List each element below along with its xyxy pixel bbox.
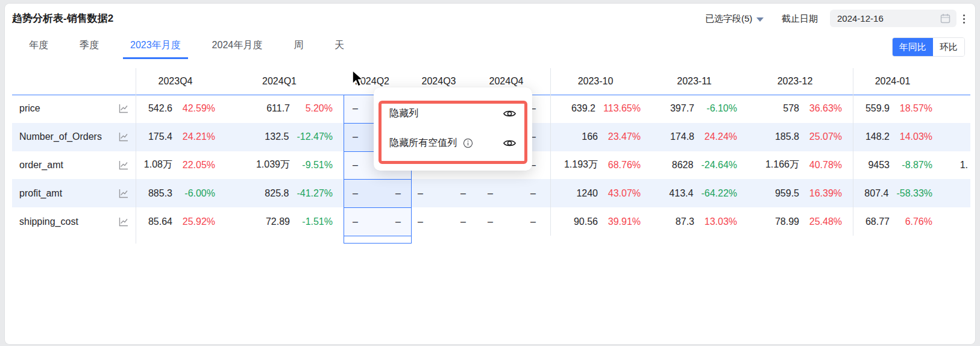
column-divider — [136, 68, 136, 244]
overflow-cell — [943, 95, 970, 123]
selected-fields-dropdown[interactable]: 已选字段(5) — [705, 13, 764, 25]
value-cell[interactable]: 8628-24.64% — [652, 151, 748, 180]
column-context-menu: 隐藏列隐藏所有空值列 — [374, 87, 532, 171]
value-cell[interactable]: 175.424.21% — [136, 123, 226, 151]
table-row-profit_amt: profit_amt885.3-6.00%825.8-41.27%––––––1… — [12, 179, 970, 207]
value-cell[interactable]: 148.214.03% — [853, 123, 943, 151]
value-cell[interactable]: –– — [344, 207, 412, 236]
more-options-icon[interactable] — [959, 10, 969, 27]
compare-toggle: 年同比 环比 — [892, 37, 965, 57]
table-row-shipping_cost: shipping_cost85.6425.92%72.89-1.51%–––––… — [12, 207, 970, 236]
value-cell[interactable]: 542.642.59% — [136, 95, 226, 123]
value-cell[interactable]: 87.313.03% — [652, 207, 748, 236]
value-cell[interactable]: 72.89-1.51% — [226, 207, 344, 236]
column-header-2023Q4[interactable]: 2023Q4 — [136, 68, 226, 95]
column-header-2024-01[interactable]: 2024-01 — [853, 68, 943, 95]
value-cell[interactable]: 1.08万22.05% — [136, 151, 226, 180]
value-cell[interactable]: 85.6425.92% — [136, 207, 226, 236]
value-cell[interactable]: 807.4-58.33% — [853, 179, 943, 207]
column-header-2023-12[interactable]: 2023-12 — [748, 68, 853, 95]
tab-周[interactable]: 周 — [286, 34, 310, 59]
value-cell[interactable]: 78.9925.48% — [748, 207, 853, 236]
tab-2023年月度[interactable]: 2023年月度 — [123, 34, 188, 59]
toggle-yoy-button[interactable]: 年同比 — [893, 38, 933, 56]
column-header-2024Q1[interactable]: 2024Q1 — [226, 68, 344, 95]
tab-季度[interactable]: 季度 — [72, 34, 106, 59]
value-cell[interactable]: 413.4-64.22% — [652, 179, 748, 207]
column-header-2023-11[interactable]: 2023-11 — [652, 68, 748, 95]
value-cell[interactable]: 1.166万40.78% — [748, 151, 853, 180]
metric-name: order_amt — [19, 160, 63, 171]
menu-item-label: 隐藏列 — [389, 107, 418, 120]
trend-chart-icon[interactable] — [118, 159, 130, 171]
deadline-label: 截止日期 — [782, 13, 818, 25]
tab-2024年月度[interactable]: 2024年月度 — [205, 34, 270, 59]
eye-visibility-icon[interactable] — [503, 136, 517, 150]
row-label-cell: profit_amt — [12, 179, 136, 207]
page-title: 趋势分析表-销售数据2 — [12, 11, 113, 25]
period-tabs: 年度季度2023年月度2024年月度周天 — [22, 34, 351, 59]
overflow-cell — [943, 179, 970, 207]
selected-fields-label: 已选字段(5) — [705, 13, 752, 25]
row-label-cell: price — [12, 95, 136, 123]
date-value: 2024-12-16 — [837, 13, 884, 24]
menu-item-hide-column[interactable]: 隐藏列 — [374, 100, 532, 127]
value-cell[interactable]: –– — [412, 179, 477, 207]
overflow-cell — [943, 207, 970, 236]
deadline-date-input[interactable]: 2024-12-16 — [830, 10, 956, 27]
value-cell[interactable]: 885.3-6.00% — [136, 179, 226, 207]
column-divider — [853, 68, 853, 236]
column-header-2023-10[interactable]: 2023-10 — [550, 68, 652, 95]
overflow-cell: 1. — [943, 151, 970, 180]
trend-chart-icon[interactable] — [118, 131, 130, 143]
row-label-cell: shipping_cost — [12, 207, 136, 236]
value-cell[interactable]: –– — [477, 207, 547, 236]
value-cell[interactable]: –– — [412, 207, 477, 236]
eye-visibility-icon[interactable] — [503, 107, 517, 121]
toggle-mom-button[interactable]: 环比 — [933, 38, 964, 56]
value-cell[interactable]: 611.75.20% — [226, 95, 344, 123]
metric-name: shipping_cost — [19, 216, 78, 227]
value-cell[interactable]: 9453-8.87% — [853, 151, 943, 180]
value-cell[interactable]: –– — [344, 179, 412, 207]
report-panel: 趋势分析表-销售数据2 已选字段(5) 截止日期 2024-12-16 年度季度… — [5, 4, 975, 344]
value-cell[interactable]: 16623.47% — [550, 123, 652, 151]
row-label-cell: order_amt — [12, 151, 136, 180]
value-cell[interactable]: 397.7-6.10% — [652, 95, 748, 123]
value-cell[interactable]: 57836.63% — [748, 95, 853, 123]
value-cell[interactable]: 90.5639.91% — [550, 207, 652, 236]
metric-name: price — [19, 103, 40, 114]
value-cell[interactable]: 1.193万68.76% — [550, 151, 652, 180]
value-cell[interactable]: 185.825.07% — [748, 123, 853, 151]
value-cell[interactable]: 174.824.24% — [652, 123, 748, 151]
overflow-cell — [943, 123, 970, 151]
menu-item-hide-empty-columns[interactable]: 隐藏所有空值列 — [374, 130, 532, 156]
trend-chart-icon[interactable] — [118, 216, 130, 228]
calendar-icon — [940, 13, 950, 24]
metric-name: Number_of_Orders — [19, 131, 102, 142]
value-cell[interactable]: 68.776.76% — [853, 207, 943, 236]
value-cell[interactable]: 1.039万-9.51% — [226, 151, 344, 180]
chevron-down-icon — [756, 17, 764, 22]
value-cell[interactable]: 132.5-12.47% — [226, 123, 344, 151]
value-cell[interactable]: 959.516.39% — [748, 179, 853, 207]
tab-年度[interactable]: 年度 — [22, 34, 55, 59]
row-label-cell: Number_of_Orders — [12, 123, 136, 151]
trend-chart-icon[interactable] — [118, 187, 130, 200]
menu-item-label: 隐藏所有空值列 — [389, 137, 473, 149]
tab-天[interactable]: 天 — [327, 34, 351, 59]
value-cell[interactable]: 124043.07% — [550, 179, 652, 207]
info-icon[interactable] — [463, 138, 473, 148]
trend-chart-icon[interactable] — [118, 102, 130, 115]
column-divider — [550, 68, 551, 236]
metric-name: profit_amt — [19, 188, 62, 199]
value-cell[interactable]: 639.2113.65% — [550, 95, 652, 123]
value-cell[interactable]: –– — [477, 179, 547, 207]
value-cell[interactable]: 825.8-41.27% — [226, 179, 344, 207]
value-cell[interactable]: 559.918.57% — [853, 95, 943, 123]
